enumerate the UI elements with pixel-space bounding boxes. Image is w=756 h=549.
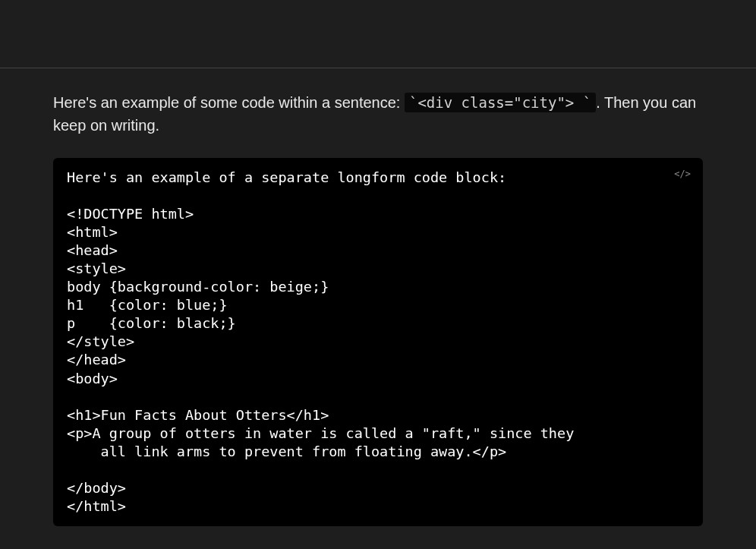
para-text-before: Here's an example of some code within a … <box>53 94 405 111</box>
inline-code: `<div class="city"> ` <box>405 93 596 112</box>
code-icon: </> <box>674 169 691 181</box>
content-area: Here's an example of some code within a … <box>0 68 756 526</box>
paragraph: Here's an example of some code within a … <box>53 91 703 137</box>
code-block-content: Here's an example of a separate longform… <box>67 169 574 514</box>
top-divider <box>0 0 756 68</box>
code-block: </>Here's an example of a separate longf… <box>53 158 703 526</box>
